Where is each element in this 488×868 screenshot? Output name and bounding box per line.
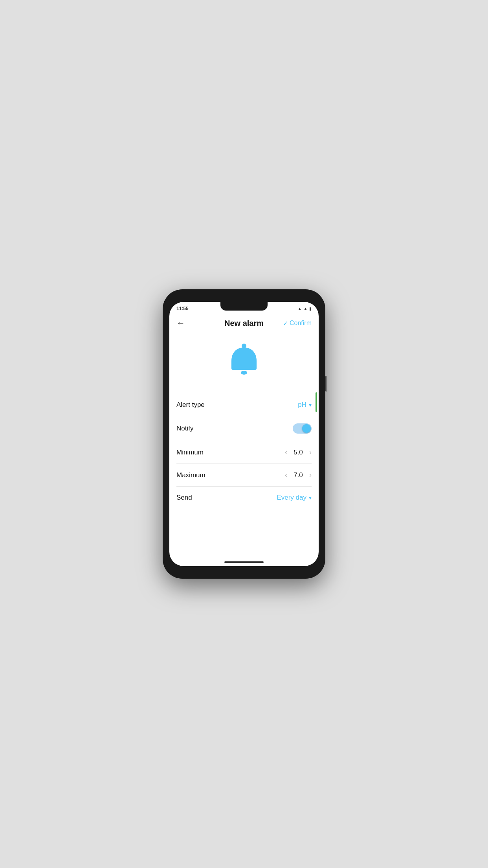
- notify-row: Notify: [176, 416, 312, 441]
- svg-point-2: [241, 371, 247, 375]
- maximum-label: Maximum: [176, 471, 205, 479]
- send-row: Send Every day ▾: [176, 487, 312, 509]
- notify-label: Notify: [176, 425, 193, 432]
- notify-toggle[interactable]: [293, 423, 312, 434]
- minimum-stepper: ‹ 5.0 ›: [285, 448, 312, 456]
- form-section: Alert type pH ▾ Notify Minimum: [169, 394, 319, 509]
- phone-notch: [220, 302, 268, 311]
- alert-type-label: Alert type: [176, 401, 205, 409]
- maximum-stepper: ‹ 7.0 ›: [285, 471, 312, 479]
- maximum-increase-button[interactable]: ›: [309, 471, 312, 479]
- send-chevron-icon: ▾: [309, 495, 312, 501]
- minimum-label: Minimum: [176, 449, 204, 456]
- home-indicator: [224, 561, 264, 563]
- signal-icon: ▲: [297, 306, 302, 311]
- page-title: New alarm: [224, 319, 264, 328]
- alert-type-selector[interactable]: pH ▾: [298, 401, 312, 409]
- bell-area: [169, 333, 319, 394]
- maximum-row: Maximum ‹ 7.0 ›: [176, 464, 312, 487]
- scroll-indicator: [316, 392, 317, 412]
- phone-device: 11:55 ▲ ▲ ▮ ← New alarm ✓ Confirm: [163, 289, 325, 579]
- send-selector[interactable]: Every day ▾: [277, 494, 312, 502]
- minimum-decrease-button[interactable]: ‹: [285, 448, 287, 456]
- send-value: Every day: [277, 494, 306, 502]
- phone-screen: 11:55 ▲ ▲ ▮ ← New alarm ✓ Confirm: [169, 302, 319, 566]
- side-button: [325, 376, 327, 392]
- minimum-value: 5.0: [292, 449, 305, 456]
- battery-icon: ▮: [309, 306, 312, 311]
- toggle-thumb: [302, 424, 311, 433]
- toggle-track: [293, 423, 312, 434]
- confirm-button[interactable]: ✓ Confirm: [283, 320, 312, 327]
- minimum-row: Minimum ‹ 5.0 ›: [176, 441, 312, 464]
- minimum-increase-button[interactable]: ›: [309, 448, 312, 456]
- app-header: ← New alarm ✓ Confirm: [169, 313, 319, 333]
- maximum-value: 7.0: [292, 471, 305, 479]
- alert-type-chevron-icon: ▾: [309, 402, 312, 408]
- send-label: Send: [176, 494, 192, 502]
- maximum-decrease-button[interactable]: ‹: [285, 471, 287, 479]
- wifi-icon: ▲: [303, 306, 308, 311]
- back-button[interactable]: ←: [176, 318, 185, 328]
- check-icon: ✓: [283, 320, 288, 327]
- status-icons: ▲ ▲ ▮: [297, 306, 312, 311]
- alert-type-value: pH: [298, 401, 306, 409]
- confirm-label: Confirm: [290, 320, 312, 327]
- svg-rect-1: [231, 367, 257, 370]
- alert-type-row: Alert type pH ▾: [176, 394, 312, 416]
- status-time: 11:55: [176, 306, 189, 311]
- bell-icon: [224, 341, 264, 382]
